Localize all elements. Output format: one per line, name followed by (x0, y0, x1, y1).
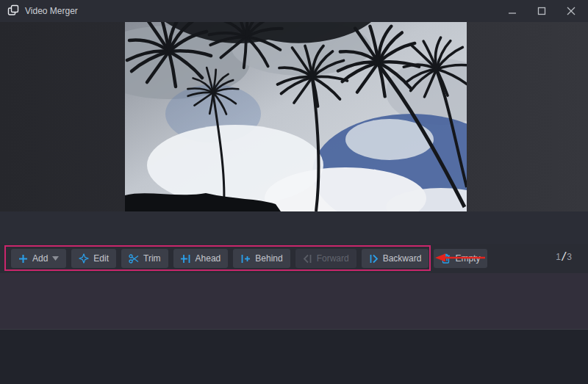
clip-counter-total: 3 (567, 252, 572, 262)
preview-area (0, 22, 588, 211)
add-button-label: Add (32, 253, 48, 264)
behind-button-label: Behind (255, 253, 282, 264)
toolbar: Add Edit Trim Ahead Behind (0, 244, 588, 273)
minimize-icon[interactable] (503, 4, 522, 18)
ahead-button[interactable]: Ahead (173, 249, 229, 268)
clip-counter-current: 1 (556, 252, 561, 262)
ahead-button-label: Ahead (196, 253, 221, 264)
maximize-icon[interactable] (532, 4, 551, 18)
settings-panel: Name: New Merge.mp4 Output: Auto;Auto (0, 329, 588, 384)
annotation-arrow (435, 253, 485, 264)
clip-counter-separator: / (562, 250, 565, 264)
behind-button[interactable]: Behind (233, 249, 290, 268)
video-preview[interactable] (125, 22, 467, 211)
close-icon[interactable] (562, 4, 581, 18)
clip-counter: 1 / 3 (556, 250, 572, 264)
add-button[interactable]: Add (11, 249, 66, 268)
forward-button-label: Forward (317, 253, 349, 264)
trim-button-label: Trim (143, 253, 161, 264)
chevron-down-icon (52, 256, 59, 261)
window-title: Video Merger (25, 6, 78, 16)
title-bar: Video Merger (0, 0, 588, 22)
backward-button-label: Backward (383, 253, 422, 264)
transport-bar: 00:00:00.00/00:01:31.04 (0, 211, 588, 244)
backward-button[interactable]: Backward (362, 249, 429, 268)
clip-timeline: 00:00:31 ✕ (0, 273, 588, 329)
edit-button[interactable]: Edit (71, 249, 116, 268)
app-icon (7, 4, 19, 18)
edit-button-label: Edit (93, 253, 109, 264)
forward-button[interactable]: Forward (295, 249, 356, 268)
video-merger-window: Video Merger (0, 0, 588, 384)
trim-button[interactable]: Trim (121, 249, 168, 268)
